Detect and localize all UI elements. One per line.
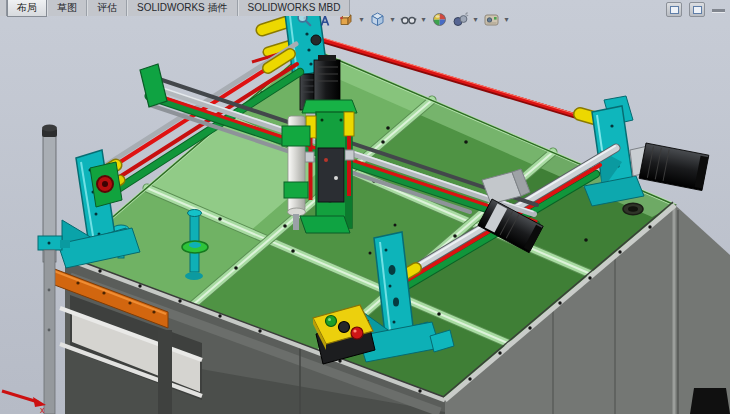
apply-scene-dropdown[interactable]: ▾ — [472, 15, 479, 24]
drain-ring[interactable] — [623, 203, 643, 215]
window-restore-button-2[interactable] — [689, 2, 705, 17]
tab-layout[interactable]: 布局 — [7, 0, 47, 17]
view-settings-dropdown[interactable]: ▾ — [503, 15, 510, 24]
apply-scene-icon[interactable] — [451, 10, 469, 28]
display-style-icon[interactable] — [368, 10, 386, 28]
edit-appearance-icon[interactable] — [430, 10, 448, 28]
command-manager-tabs: 布局 草图 评估 SOLIDWORKS 插件 SOLIDWORKS MBD — [0, 0, 350, 16]
tab-sketch[interactable]: 草图 — [47, 0, 87, 16]
solidworks-window: x 布局 草图 评估 SOLIDWORKS 插件 SOLIDWORKS MBD — [0, 0, 730, 414]
view-settings-icon[interactable] — [482, 10, 500, 28]
hide-show-items-icon[interactable] — [399, 10, 417, 28]
tab-solidworks-mbd[interactable]: SOLIDWORKS MBD — [238, 0, 351, 16]
tab-evaluate[interactable]: 评估 — [87, 0, 127, 16]
display-style-dropdown[interactable]: ▾ — [389, 15, 396, 24]
window-minimize-dash[interactable] — [712, 9, 725, 13]
tab-partial[interactable] — [0, 0, 7, 16]
tab-solidworks-addins[interactable]: SOLIDWORKS 插件 — [127, 0, 238, 16]
hide-show-items-dropdown[interactable]: ▾ — [420, 15, 427, 24]
graphics-viewport[interactable]: x — [0, 0, 730, 414]
window-controls — [666, 2, 725, 17]
window-restore-button-1[interactable] — [666, 2, 682, 17]
view-orientation-dropdown[interactable]: ▾ — [358, 15, 365, 24]
triad-x-label: x — [40, 405, 45, 414]
